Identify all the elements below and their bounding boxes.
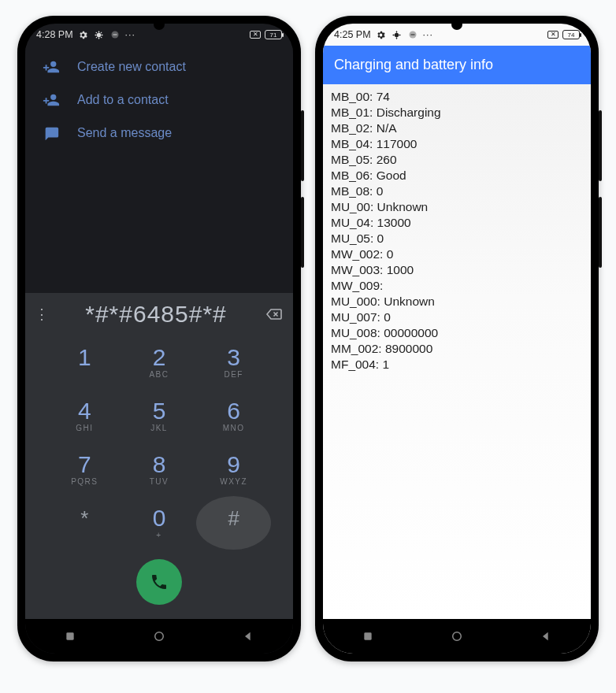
dial-key-digit: 9 xyxy=(227,453,240,476)
do-not-disturb-icon xyxy=(109,29,121,40)
android-nav-bar xyxy=(323,619,591,654)
nav-home-icon[interactable] xyxy=(449,628,465,644)
more-icon: ··· xyxy=(125,29,135,40)
dial-key-3[interactable]: 3DEF xyxy=(196,335,271,389)
dial-key-letters: GHI xyxy=(76,424,93,432)
svg-point-7 xyxy=(453,632,462,641)
dialer-action-2[interactable]: Send a message xyxy=(32,117,287,150)
dialer-suggestions: Create new contactAdd to a contactSend a… xyxy=(25,46,293,150)
battery-info-row: MB_05: 260 xyxy=(331,152,583,168)
battery-info-row: MB_06: Good xyxy=(331,168,583,183)
svg-rect-5 xyxy=(410,35,414,35)
android-nav-bar xyxy=(25,619,293,654)
more-icon: ··· xyxy=(423,29,433,40)
dial-key-digit: 5 xyxy=(153,399,166,423)
signal-off-icon: ✕ xyxy=(250,31,261,39)
brightness-icon xyxy=(391,29,403,40)
status-time: 4:28 PM xyxy=(36,29,73,40)
dial-key-5[interactable]: 5JKL xyxy=(122,389,197,443)
nav-recent-icon[interactable] xyxy=(360,628,376,644)
status-time: 4:25 PM xyxy=(334,29,371,40)
svg-rect-1 xyxy=(113,35,117,35)
backspace-icon[interactable] xyxy=(263,305,284,324)
battery-info-row: MU_007: 0 xyxy=(331,309,583,325)
dial-key-8[interactable]: 8TUV xyxy=(122,443,197,496)
dial-key-digit: 3 xyxy=(227,346,240,369)
do-not-disturb-icon xyxy=(407,29,418,40)
dialer-action-0[interactable]: Create new contact xyxy=(32,50,287,83)
dial-key-digit: 4 xyxy=(78,399,91,423)
dial-key-digit: # xyxy=(228,508,239,528)
dial-key-digit: 1 xyxy=(78,346,91,369)
dial-key-letters: DEF xyxy=(224,370,243,379)
dialer-action-label: Send a message xyxy=(77,126,172,140)
battery-info-row: MB_01: Discharging xyxy=(331,105,583,120)
nav-recent-icon[interactable] xyxy=(62,628,78,644)
dial-key-letters: JKL xyxy=(150,424,168,432)
dial-key-digit: 6 xyxy=(227,399,240,423)
battery-info-row: MB_08: 0 xyxy=(331,183,583,199)
person-add-icon xyxy=(43,91,60,109)
svg-rect-2 xyxy=(66,632,73,639)
dialed-number: *#*#6485#*# xyxy=(55,301,257,328)
brightness-icon xyxy=(94,29,105,40)
camera-notch xyxy=(154,19,165,30)
dial-key-digit: 0 xyxy=(153,506,166,530)
person-add-icon xyxy=(43,58,60,76)
dialer-menu-icon[interactable]: ⋮ xyxy=(35,306,49,323)
dial-key-2[interactable]: 2ABC xyxy=(122,335,197,389)
dialer-action-1[interactable]: Add to a contact xyxy=(32,83,287,117)
call-button[interactable] xyxy=(136,559,182,605)
dial-key-letters: PQRS xyxy=(71,477,98,486)
settings-icon xyxy=(78,29,89,40)
message-icon xyxy=(43,124,60,142)
svg-rect-6 xyxy=(364,632,371,639)
dial-key-1[interactable]: 1 xyxy=(47,335,122,389)
nav-back-icon[interactable] xyxy=(538,628,554,644)
dial-key-7[interactable]: 7PQRS xyxy=(47,443,122,496)
phone-right: 4:25 PM ··· ✕ 74 Charging and battery in… xyxy=(315,16,599,662)
signal-off-icon: ✕ xyxy=(547,31,558,39)
battery-info-row: MU_05: 0 xyxy=(331,231,583,246)
dial-key-digit: 7 xyxy=(78,453,91,476)
dial-key-letters: MNO xyxy=(223,424,245,432)
page-title: Charging and battery info xyxy=(323,46,591,84)
battery-info-row: MU_00: Unknown xyxy=(331,199,583,215)
dial-key-letters: TUV xyxy=(150,477,169,486)
dialer-action-label: Add to a contact xyxy=(77,93,169,107)
battery-info-row: MW_002: 0 xyxy=(331,246,583,262)
battery-info-row: MB_00: 74 xyxy=(331,89,583,105)
nav-home-icon[interactable] xyxy=(151,628,167,644)
settings-icon xyxy=(376,29,387,40)
battery-info-row: MB_04: 117000 xyxy=(331,136,583,152)
battery-info-row: MW_009: xyxy=(331,278,583,294)
battery-info-row: MU_008: 00000000 xyxy=(331,325,583,341)
dialer-action-label: Create new contact xyxy=(77,60,186,74)
battery-info-row: MU_04: 13000 xyxy=(331,215,583,231)
battery-icon: 71 xyxy=(265,30,282,39)
dial-key-0[interactable]: 0+ xyxy=(122,496,197,550)
dial-key-digit: 8 xyxy=(153,453,166,476)
battery-info-row: MW_003: 1000 xyxy=(331,262,583,278)
battery-info-row: MF_004: 1 xyxy=(331,357,583,372)
dial-pad: ⋮ *#*#6485#*# 12ABC3DEF4GHI5JKL6MNO7PQRS… xyxy=(25,293,293,619)
dial-key-4[interactable]: 4GHI xyxy=(47,389,122,443)
dial-key-*[interactable]: * xyxy=(47,496,122,550)
battery-info-list[interactable]: MB_00: 74MB_01: DischargingMB_02: N/AMB_… xyxy=(323,84,591,619)
camera-notch xyxy=(451,19,462,30)
battery-info-row: MU_000: Unknown xyxy=(331,294,583,309)
dial-key-letters: ABC xyxy=(149,370,169,379)
battery-info-row: MM_002: 8900000 xyxy=(331,341,583,357)
nav-back-icon[interactable] xyxy=(240,628,256,644)
phone-left: 4:28 PM ··· ✕ 71 Create new contactAdd t… xyxy=(17,16,301,662)
dial-key-digit: 2 xyxy=(153,346,166,369)
battery-info-row: MB_02: N/A xyxy=(331,120,583,136)
dial-key-9[interactable]: 9WXYZ xyxy=(196,443,271,496)
svg-point-3 xyxy=(155,632,164,641)
dial-key-digit: * xyxy=(80,508,88,528)
dial-key-letters: + xyxy=(156,531,161,539)
dial-key-letters: WXYZ xyxy=(220,477,247,486)
dial-key-6[interactable]: 6MNO xyxy=(196,389,271,443)
battery-icon: 74 xyxy=(562,30,580,39)
dial-key-#[interactable]: # xyxy=(196,496,271,550)
